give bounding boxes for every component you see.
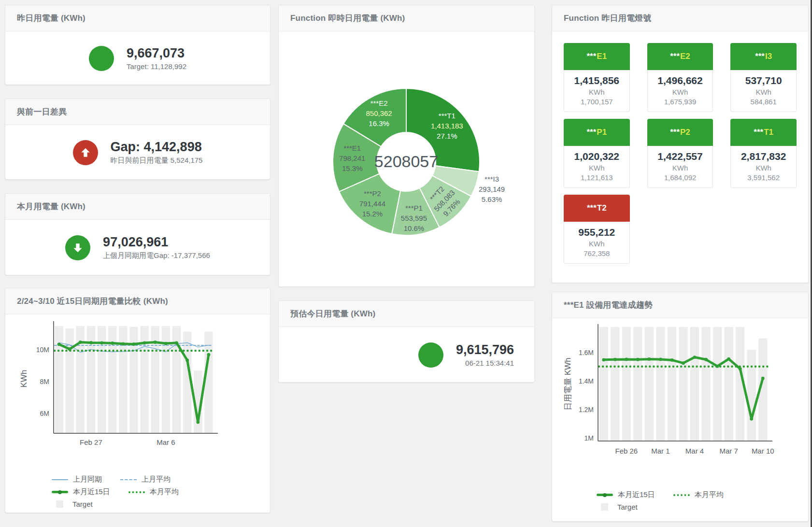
svg-text:798,241: 798,241 xyxy=(339,154,365,162)
data-point[interactable] xyxy=(682,361,685,365)
target-bar[interactable] xyxy=(713,327,722,441)
data-point[interactable] xyxy=(659,358,662,361)
stat-text: 9,667,073 Target: 11,128,992 xyxy=(127,46,186,71)
target-bar[interactable] xyxy=(645,327,654,441)
stat-body: 97,026,961 上個月同期用電Gap: -17,377,566 xyxy=(5,220,270,275)
legend-item-last-month-avg[interactable]: 上月平均 xyxy=(120,475,171,484)
data-point[interactable] xyxy=(164,342,168,345)
target-bar[interactable] xyxy=(119,326,127,433)
svg-text:***T1: ***T1 xyxy=(439,112,456,120)
data-point[interactable] xyxy=(132,342,136,346)
data-point[interactable] xyxy=(727,357,730,361)
legend-row: Target xyxy=(597,503,808,511)
device-usage-unit: KWh xyxy=(650,164,711,172)
legend-item-this-month-avg[interactable]: 本月平均 xyxy=(128,487,179,497)
data-point[interactable] xyxy=(121,342,125,345)
data-point[interactable] xyxy=(625,358,628,361)
data-point[interactable] xyxy=(739,367,742,370)
svg-text:553,595: 553,595 xyxy=(401,214,427,222)
device-usage-unit: KWh xyxy=(733,164,794,172)
target-bar[interactable] xyxy=(724,327,733,441)
x-tick-label: Feb 26 xyxy=(615,447,638,455)
target-bar[interactable] xyxy=(204,331,213,433)
card-title: 昨日用電量 (KWh) xyxy=(17,13,258,24)
device-tile-header: ***P1 xyxy=(564,119,630,146)
e1-trend-line-chart[interactable]: 1M1.2M1.4M1.6MFeb 26Mar 1Mar 4Mar 7Mar 1… xyxy=(552,321,807,466)
y-tick-label: 10M xyxy=(36,346,49,354)
legend-item-this-month-line[interactable]: 本月近15日 xyxy=(597,490,655,499)
legend-item-last-month-line[interactable]: 上月同期 xyxy=(52,475,102,484)
day-gap-sub: 昨日與前日用電量 5,524,175 xyxy=(111,156,203,165)
data-point[interactable] xyxy=(89,341,93,344)
data-point[interactable] xyxy=(716,365,719,368)
data-point[interactable] xyxy=(648,357,651,361)
data-point[interactable] xyxy=(704,358,708,361)
svg-text:10.6%: 10.6% xyxy=(404,224,425,232)
data-point[interactable] xyxy=(602,358,605,361)
data-point[interactable] xyxy=(761,377,765,380)
data-point[interactable] xyxy=(57,342,61,346)
thick-line-icon xyxy=(597,494,613,496)
y-tick-label: 1.4M xyxy=(579,377,594,385)
card-header: ***E1 設備用電達成趨勢 xyxy=(552,292,808,318)
target-bar[interactable] xyxy=(690,327,699,441)
card-realtime-donut: Function 即時日用電量 (KWh) ***T11,413,18327.1… xyxy=(278,5,535,287)
compare-line-chart[interactable]: 6M8M10MFeb 27Mar 6KWh xyxy=(5,317,269,457)
data-point[interactable] xyxy=(154,341,157,344)
card-title: ***E1 設備用電達成趨勢 xyxy=(564,299,797,311)
data-point[interactable] xyxy=(207,353,211,356)
y-axis-title: KWh xyxy=(19,370,28,388)
down-arrow-icon xyxy=(71,242,84,254)
legend-label: Target xyxy=(72,500,93,508)
target-bar[interactable] xyxy=(656,327,665,441)
estimate-timestamp: 06-21 15:34:41 xyxy=(456,359,514,367)
legend-item-target[interactable]: Target xyxy=(597,503,638,511)
data-point[interactable] xyxy=(196,421,199,424)
device-usage-value: 1,020,322 xyxy=(566,151,627,162)
target-bar[interactable] xyxy=(747,350,756,441)
dotted-line-icon xyxy=(128,491,145,493)
device-tile-header: ***P2 xyxy=(647,119,713,146)
target-bar[interactable] xyxy=(55,326,63,433)
legend-item-this-month-avg[interactable]: 本月平均 xyxy=(673,490,724,499)
data-point[interactable] xyxy=(693,356,697,359)
legend-label: Target xyxy=(617,503,638,511)
svg-text:***E1: ***E1 xyxy=(343,144,361,152)
dotted-line-icon xyxy=(673,494,690,496)
svg-text:***E2: ***E2 xyxy=(370,99,388,107)
x-tick-label: Mar 1 xyxy=(651,447,670,455)
card-header: 本月用電量 (KWh) xyxy=(5,194,270,220)
legend-row: 上月同期 上月平均 xyxy=(52,475,270,484)
card-day-gap: 與前一日差異 Gap: 4,142,898 昨日與前日用電量 5,524,175 xyxy=(5,99,271,180)
y-tick-label: 1.6M xyxy=(579,349,594,356)
green-status-dot-icon xyxy=(418,342,443,368)
target-bar[interactable] xyxy=(679,327,687,441)
device-target-value: 3,591,562 xyxy=(733,173,794,182)
device-usage-value: 1,496,662 xyxy=(650,75,711,86)
target-bar[interactable] xyxy=(633,327,642,441)
data-point[interactable] xyxy=(143,341,146,344)
data-point[interactable] xyxy=(100,341,103,344)
card-month-usage: 本月用電量 (KWh) 97,026,961 上個月同期用電Gap: -17,3… xyxy=(5,193,271,275)
data-point[interactable] xyxy=(636,358,640,361)
legend-item-this-month-line[interactable]: 本月近15日 xyxy=(52,487,110,497)
target-bar[interactable] xyxy=(611,327,619,441)
target-bar[interactable] xyxy=(668,327,676,441)
data-point[interactable] xyxy=(79,341,82,344)
target-bar[interactable] xyxy=(701,327,710,441)
legend-item-target[interactable]: Target xyxy=(52,500,93,508)
target-bar[interactable] xyxy=(599,327,608,441)
data-point[interactable] xyxy=(175,341,178,344)
card-header: Function 即時日用電量 (KWh) xyxy=(279,5,534,31)
data-point[interactable] xyxy=(613,358,617,361)
data-point[interactable] xyxy=(750,417,753,421)
svg-text:***P1: ***P1 xyxy=(405,204,423,212)
data-point[interactable] xyxy=(670,358,674,362)
masked-prefix: *** xyxy=(587,203,597,213)
device-tile-body: 1,020,322 KWh 1,121,613 xyxy=(564,146,630,188)
function-usage-donut-chart[interactable]: ***T11,413,18327.1%***I3293,1495.63%***T… xyxy=(279,31,534,278)
data-point[interactable] xyxy=(185,358,189,362)
target-bar[interactable] xyxy=(622,327,631,441)
data-point[interactable] xyxy=(68,347,71,351)
data-point[interactable] xyxy=(111,342,114,345)
